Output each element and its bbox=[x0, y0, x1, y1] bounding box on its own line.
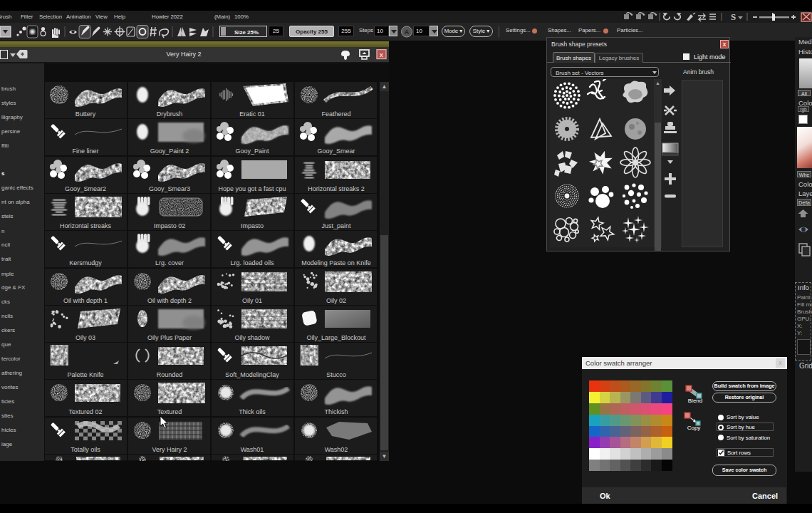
svg-text:Stucco: Stucco bbox=[326, 371, 346, 378]
svg-text:Lrg. loaded oils: Lrg. loaded oils bbox=[230, 259, 274, 266]
svg-text:Feathered: Feathered bbox=[321, 110, 350, 118]
svg-text:Oil with depth 1: Oil with depth 1 bbox=[63, 297, 108, 304]
svg-text:x: x bbox=[380, 51, 384, 58]
svg-text:Hope you got a fast cpu: Hope you got a fast cpu bbox=[218, 185, 286, 192]
svg-text:Gooy_Smear: Gooy_Smear bbox=[317, 147, 355, 155]
svg-text:Oily 03: Oily 03 bbox=[76, 334, 95, 341]
svg-text:Just_paint: Just_paint bbox=[321, 222, 351, 229]
svg-text:Wash02: Wash02 bbox=[325, 446, 348, 453]
svg-text:Buttery: Buttery bbox=[76, 110, 96, 118]
svg-text:Lrg. cover: Lrg. cover bbox=[155, 259, 184, 266]
svg-text:Gooy_Smear2: Gooy_Smear2 bbox=[65, 185, 106, 192]
svg-text:Palette Knife: Palette Knife bbox=[67, 371, 103, 378]
svg-text:S: S bbox=[731, 11, 736, 22]
svg-text:Fine liner: Fine liner bbox=[72, 147, 98, 155]
svg-text:Totally oils: Totally oils bbox=[71, 446, 100, 453]
svg-text:Gooy_Smear3: Gooy_Smear3 bbox=[149, 185, 190, 192]
svg-text:Oily shadow: Oily shadow bbox=[234, 334, 270, 341]
svg-text:Oily Plus Paper: Oily Plus Paper bbox=[147, 334, 192, 341]
svg-text:Impasto 02: Impasto 02 bbox=[154, 222, 186, 229]
svg-text:Very Hairy 2: Very Hairy 2 bbox=[152, 446, 187, 453]
svg-text:Horizontal streaks: Horizontal streaks bbox=[60, 222, 112, 229]
svg-text:Eratic 01: Eratic 01 bbox=[239, 110, 265, 118]
svg-text:Oil with depth 2: Oil with depth 2 bbox=[147, 297, 192, 304]
svg-text:Kersmudgy: Kersmudgy bbox=[69, 259, 102, 266]
svg-text:Textured 02: Textured 02 bbox=[68, 408, 102, 415]
svg-text:Rounded: Rounded bbox=[157, 371, 183, 378]
svg-text:Oily 02: Oily 02 bbox=[326, 297, 346, 304]
svg-text:Gooy_Paint: Gooy_Paint bbox=[235, 147, 269, 155]
svg-text:A: A bbox=[405, 28, 410, 36]
svg-text:Thickish: Thickish bbox=[324, 408, 348, 415]
svg-text:Modeling Paste on Knife: Modeling Paste on Knife bbox=[301, 259, 371, 266]
svg-text:Drybrush: Drybrush bbox=[157, 110, 183, 118]
svg-text:Oily_Large_Blockout: Oily_Large_Blockout bbox=[306, 334, 366, 341]
svg-text:Thick oils: Thick oils bbox=[239, 408, 266, 415]
svg-text:Textured: Textured bbox=[157, 408, 182, 415]
svg-text:Oily 01: Oily 01 bbox=[242, 297, 262, 304]
svg-text:Horizontal streaks 2: Horizontal streaks 2 bbox=[308, 185, 365, 192]
svg-text:Impasto: Impasto bbox=[241, 222, 264, 229]
svg-text:Wash01: Wash01 bbox=[241, 446, 264, 453]
svg-text:Gooy_Paint 2: Gooy_Paint 2 bbox=[150, 147, 189, 155]
svg-text:Soft_ModelingClay: Soft_ModelingClay bbox=[225, 371, 279, 378]
